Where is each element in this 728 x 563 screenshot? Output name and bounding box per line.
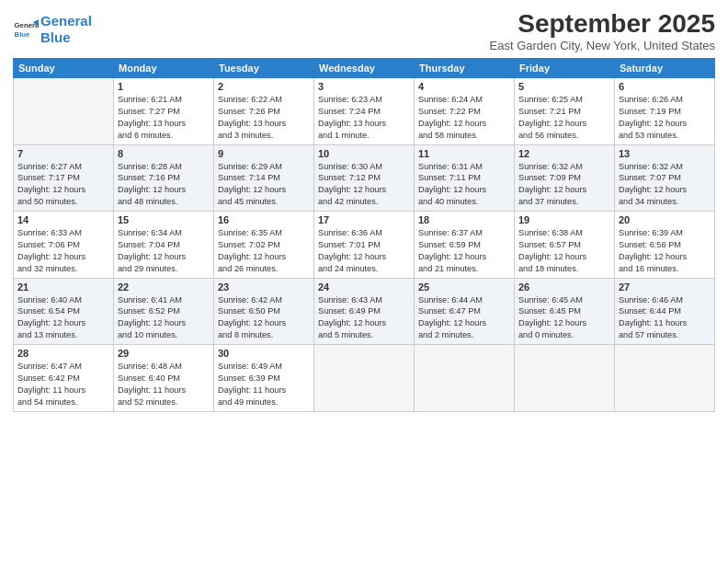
table-row: 10Sunrise: 6:30 AM Sunset: 7:12 PM Dayli…: [314, 144, 415, 212]
day-info: Sunrise: 6:34 AM Sunset: 7:04 PM Dayligh…: [118, 227, 210, 275]
table-row: 11Sunrise: 6:31 AM Sunset: 7:11 PM Dayli…: [415, 144, 515, 212]
day-info: Sunrise: 6:48 AM Sunset: 6:40 PM Dayligh…: [118, 361, 210, 408]
day-number: 19: [518, 214, 610, 225]
day-number: 29: [118, 348, 210, 359]
table-row: 15Sunrise: 6:34 AM Sunset: 7:04 PM Dayli…: [114, 212, 214, 279]
calendar-week-row: 7Sunrise: 6:27 AM Sunset: 7:17 PM Daylig…: [14, 144, 715, 212]
day-info: Sunrise: 6:36 AM Sunset: 7:01 PM Dayligh…: [318, 227, 410, 275]
day-number: 23: [218, 282, 310, 293]
day-info: Sunrise: 6:47 AM Sunset: 6:42 PM Dayligh…: [17, 361, 109, 408]
day-info: Sunrise: 6:43 AM Sunset: 6:49 PM Dayligh…: [318, 294, 410, 342]
table-row: 8Sunrise: 6:28 AM Sunset: 7:16 PM Daylig…: [114, 144, 214, 212]
table-row: 22Sunrise: 6:41 AM Sunset: 6:52 PM Dayli…: [114, 278, 214, 345]
day-info: Sunrise: 6:39 AM Sunset: 6:56 PM Dayligh…: [619, 227, 711, 275]
col-wednesday: Wednesday: [314, 59, 415, 78]
col-monday: Monday: [114, 59, 214, 78]
table-row: 2Sunrise: 6:22 AM Sunset: 7:26 PM Daylig…: [214, 78, 314, 145]
day-info: Sunrise: 6:42 AM Sunset: 6:50 PM Dayligh…: [218, 294, 310, 342]
day-info: Sunrise: 6:49 AM Sunset: 6:39 PM Dayligh…: [218, 361, 310, 408]
table-row: 23Sunrise: 6:42 AM Sunset: 6:50 PM Dayli…: [214, 278, 314, 345]
day-info: Sunrise: 6:35 AM Sunset: 7:02 PM Dayligh…: [218, 227, 310, 275]
table-row: 18Sunrise: 6:37 AM Sunset: 6:59 PM Dayli…: [415, 212, 515, 279]
logo-line1: General: [40, 13, 92, 29]
day-number: 11: [418, 148, 510, 159]
day-number: 15: [118, 214, 210, 225]
logo-line2: Blue: [40, 29, 71, 45]
logo-text: General Blue: [40, 13, 92, 46]
day-info: Sunrise: 6:21 AM Sunset: 7:27 PM Dayligh…: [118, 94, 210, 142]
day-info: Sunrise: 6:27 AM Sunset: 7:17 PM Dayligh…: [17, 161, 109, 209]
table-row: [314, 345, 415, 412]
day-info: Sunrise: 6:46 AM Sunset: 6:44 PM Dayligh…: [619, 294, 711, 342]
day-number: 10: [318, 148, 410, 159]
day-number: 16: [218, 214, 310, 225]
day-info: Sunrise: 6:26 AM Sunset: 7:19 PM Dayligh…: [619, 94, 711, 142]
col-sunday: Sunday: [14, 59, 114, 78]
table-row: 28Sunrise: 6:47 AM Sunset: 6:42 PM Dayli…: [14, 345, 114, 412]
col-friday: Friday: [515, 59, 615, 78]
calendar-week-row: 1Sunrise: 6:21 AM Sunset: 7:27 PM Daylig…: [14, 78, 715, 145]
day-number: 13: [619, 148, 711, 159]
calendar-week-row: 14Sunrise: 6:33 AM Sunset: 7:06 PM Dayli…: [14, 212, 715, 279]
table-row: 13Sunrise: 6:32 AM Sunset: 7:07 PM Dayli…: [615, 144, 715, 212]
title-block: September 2025 East Garden City, New Yor…: [490, 9, 715, 52]
day-info: Sunrise: 6:37 AM Sunset: 6:59 PM Dayligh…: [418, 227, 510, 275]
day-number: 12: [518, 148, 610, 159]
day-number: 25: [418, 282, 510, 293]
table-row: 29Sunrise: 6:48 AM Sunset: 6:40 PM Dayli…: [114, 345, 214, 412]
table-row: 20Sunrise: 6:39 AM Sunset: 6:56 PM Dayli…: [615, 212, 715, 279]
calendar-week-row: 28Sunrise: 6:47 AM Sunset: 6:42 PM Dayli…: [14, 345, 715, 412]
day-number: 2: [218, 81, 310, 92]
day-number: 30: [218, 348, 310, 359]
calendar: Sunday Monday Tuesday Wednesday Thursday…: [13, 58, 715, 412]
table-row: 25Sunrise: 6:44 AM Sunset: 6:47 PM Dayli…: [415, 278, 515, 345]
calendar-header-row: Sunday Monday Tuesday Wednesday Thursday…: [14, 59, 715, 78]
day-info: Sunrise: 6:28 AM Sunset: 7:16 PM Dayligh…: [118, 161, 210, 209]
day-info: Sunrise: 6:30 AM Sunset: 7:12 PM Dayligh…: [318, 161, 410, 209]
table-row: 3Sunrise: 6:23 AM Sunset: 7:24 PM Daylig…: [314, 78, 415, 145]
day-info: Sunrise: 6:44 AM Sunset: 6:47 PM Dayligh…: [418, 294, 510, 342]
table-row: 6Sunrise: 6:26 AM Sunset: 7:19 PM Daylig…: [615, 78, 715, 145]
day-info: Sunrise: 6:29 AM Sunset: 7:14 PM Dayligh…: [218, 161, 310, 209]
table-row: [515, 345, 615, 412]
day-info: Sunrise: 6:31 AM Sunset: 7:11 PM Dayligh…: [418, 161, 510, 209]
day-number: 5: [518, 81, 610, 92]
day-info: Sunrise: 6:32 AM Sunset: 7:07 PM Dayligh…: [619, 161, 711, 209]
calendar-week-row: 21Sunrise: 6:40 AM Sunset: 6:54 PM Dayli…: [14, 278, 715, 345]
day-number: 27: [619, 282, 711, 293]
table-row: 5Sunrise: 6:25 AM Sunset: 7:21 PM Daylig…: [515, 78, 615, 145]
table-row: 30Sunrise: 6:49 AM Sunset: 6:39 PM Dayli…: [214, 345, 314, 412]
day-info: Sunrise: 6:32 AM Sunset: 7:09 PM Dayligh…: [518, 161, 610, 209]
day-info: Sunrise: 6:23 AM Sunset: 7:24 PM Dayligh…: [318, 94, 410, 142]
col-saturday: Saturday: [615, 59, 715, 78]
day-info: Sunrise: 6:22 AM Sunset: 7:26 PM Dayligh…: [218, 94, 310, 142]
day-number: 21: [17, 282, 109, 293]
day-info: Sunrise: 6:25 AM Sunset: 7:21 PM Dayligh…: [518, 94, 610, 142]
day-number: 1: [118, 81, 210, 92]
table-row: 26Sunrise: 6:45 AM Sunset: 6:45 PM Dayli…: [515, 278, 615, 345]
day-info: Sunrise: 6:41 AM Sunset: 6:52 PM Dayligh…: [118, 294, 210, 342]
table-row: 21Sunrise: 6:40 AM Sunset: 6:54 PM Dayli…: [14, 278, 114, 345]
col-tuesday: Tuesday: [214, 59, 314, 78]
day-number: 18: [418, 214, 510, 225]
day-number: 6: [619, 81, 711, 92]
day-number: 7: [17, 148, 109, 159]
day-info: Sunrise: 6:38 AM Sunset: 6:57 PM Dayligh…: [518, 227, 610, 275]
table-row: 1Sunrise: 6:21 AM Sunset: 7:27 PM Daylig…: [114, 78, 214, 145]
table-row: 27Sunrise: 6:46 AM Sunset: 6:44 PM Dayli…: [615, 278, 715, 345]
table-row: [14, 78, 114, 145]
table-row: 24Sunrise: 6:43 AM Sunset: 6:49 PM Dayli…: [314, 278, 415, 345]
day-number: 9: [218, 148, 310, 159]
day-number: 3: [318, 81, 410, 92]
day-number: 8: [118, 148, 210, 159]
day-info: Sunrise: 6:33 AM Sunset: 7:06 PM Dayligh…: [17, 227, 109, 275]
logo: General Blue General Blue: [13, 13, 92, 46]
page: General Blue General Blue September 2025…: [0, 0, 728, 563]
table-row: 14Sunrise: 6:33 AM Sunset: 7:06 PM Dayli…: [14, 212, 114, 279]
month-title: September 2025: [490, 9, 715, 39]
table-row: 7Sunrise: 6:27 AM Sunset: 7:17 PM Daylig…: [14, 144, 114, 212]
day-number: 20: [619, 214, 711, 225]
day-number: 4: [418, 81, 510, 92]
table-row: [615, 345, 715, 412]
day-info: Sunrise: 6:24 AM Sunset: 7:22 PM Dayligh…: [418, 94, 510, 142]
